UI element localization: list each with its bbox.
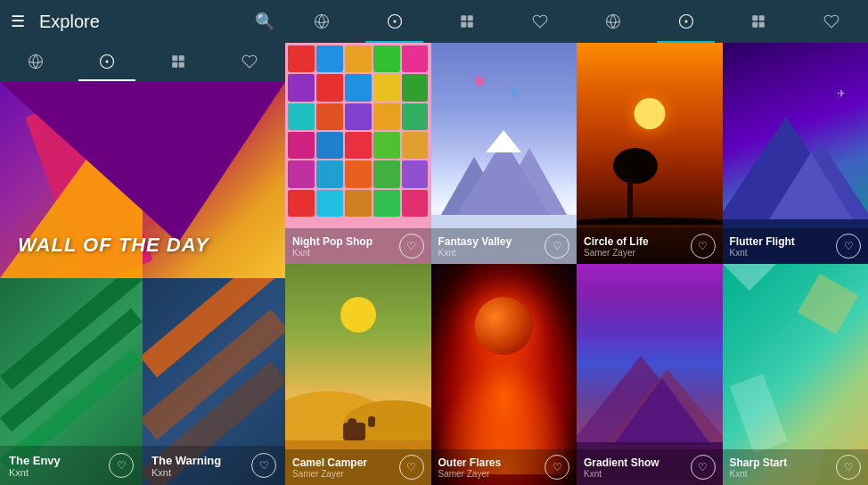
circle-text: Circle of Life Samer Zayer <box>584 235 649 258</box>
gradient-heart-button[interactable]: ♡ <box>691 455 716 480</box>
night-pop-text: Night Pop Shop Kxnt <box>292 235 373 258</box>
balloon-1 <box>475 76 484 86</box>
camel-overlay: Camel Camper Samer Zayer ♡ <box>285 449 431 485</box>
svg-rect-19 <box>753 15 758 21</box>
right-tab-explore[interactable] <box>650 0 723 43</box>
page-title: Explore <box>39 12 255 32</box>
svg-point-15 <box>606 15 619 29</box>
tab-gallery-left[interactable] <box>143 42 214 81</box>
svg-rect-4 <box>179 55 184 61</box>
night-pop-name: Night Pop Shop <box>292 235 373 248</box>
search-icon[interactable]: 🔍 <box>255 12 274 31</box>
outer-heart-button[interactable]: ♡ <box>545 455 569 480</box>
sharp-heart-button[interactable]: ♡ <box>836 455 861 480</box>
right-tab-gallery[interactable] <box>723 0 796 43</box>
camel-author: Samer Zayer <box>292 469 367 479</box>
flutter-mountain-3 <box>766 152 856 224</box>
wallpaper-warning[interactable]: The Warning Kxnt ♡ <box>143 278 285 485</box>
mid-tab-explore[interactable] <box>358 0 431 43</box>
envy-author: Kxnt <box>9 467 61 478</box>
flutter-name: Flutter Flight <box>730 235 795 248</box>
wallpaper-night-pop[interactable]: Night Pop Shop Kxnt ♡ <box>285 43 431 264</box>
svg-rect-11 <box>462 15 467 21</box>
sharp-name: Sharp Start <box>730 456 788 469</box>
svg-point-0 <box>29 55 43 69</box>
sharp-shape-1 <box>723 264 787 291</box>
outer-text: Outer Flares Samer Zayer <box>438 456 502 479</box>
warning-label: The Warning Kxnt ♡ <box>143 446 285 485</box>
camel-name: Camel Camper <box>292 456 367 469</box>
outer-overlay: Outer Flares Samer Zayer ♡ <box>431 449 577 485</box>
grass <box>577 218 723 225</box>
envy-name: The Envy <box>9 454 61 467</box>
circle-heart-button[interactable]: ♡ <box>691 234 716 259</box>
night-pop-overlay: Night Pop Shop Kxnt ♡ <box>285 228 431 264</box>
mid-tab-heart[interactable] <box>504 0 577 43</box>
camel-heart-button[interactable]: ♡ <box>399 455 424 480</box>
left-panel: ☰ Explore 🔍 WALL OF THE DAY <box>0 0 285 485</box>
circle-sun <box>634 98 665 129</box>
flutter-text: Flutter Flight Kxnt <box>730 235 795 258</box>
wall-of-day-label: WALL OF THE DAY <box>18 234 209 257</box>
svg-point-10 <box>393 21 396 23</box>
fantasy-heart-button[interactable]: ♡ <box>545 234 569 259</box>
snow-cap <box>486 130 521 152</box>
wallpaper-flutter[interactable]: ✈ Flutter Flight Kxnt ♡ <box>723 43 869 264</box>
circle-author: Samer Zayer <box>584 248 649 258</box>
tab-explore-left[interactable] <box>71 42 143 81</box>
right-nav <box>577 0 868 43</box>
gradient-name: Gradient Show <box>584 456 659 469</box>
fantasy-text: Fantasy Valley Kxnt <box>438 235 512 258</box>
wallpaper-gradient[interactable]: Gradient Show Kxnt ♡ <box>577 264 723 485</box>
sharp-shape-3 <box>729 374 787 454</box>
fantasy-overlay: Fantasy Valley Kxnt ♡ <box>431 228 577 264</box>
wallpaper-circle[interactable]: Circle of Life Samer Zayer ♡ <box>577 43 723 264</box>
wall-shape-right <box>0 82 285 242</box>
night-pop-heart-button[interactable]: ♡ <box>399 234 424 259</box>
tree-top <box>613 148 658 184</box>
camel-sun <box>340 297 376 333</box>
wallpaper-sharp[interactable]: Sharp Start Kxnt ♡ <box>723 264 869 485</box>
mid-tab-globe[interactable] <box>285 0 358 43</box>
right-tab-heart[interactable] <box>795 0 868 43</box>
menu-icon[interactable]: ☰ <box>11 12 25 31</box>
gradient-overlay: Gradient Show Kxnt ♡ <box>577 449 723 485</box>
wallpaper-fantasy[interactable]: Fantasy Valley Kxnt ♡ <box>431 43 577 264</box>
sharp-text: Sharp Start Kxnt <box>730 456 788 479</box>
tab-globe-left[interactable] <box>0 42 71 81</box>
sharp-shape-2 <box>798 274 858 334</box>
sharp-author: Kxnt <box>730 469 788 479</box>
svg-rect-5 <box>172 62 177 68</box>
flutter-heart-button[interactable]: ♡ <box>836 234 861 259</box>
svg-point-18 <box>684 21 687 23</box>
wallpaper-outer[interactable]: Outer Flares Samer Zayer ♡ <box>431 264 577 485</box>
envy-heart-button[interactable]: ♡ <box>109 453 134 478</box>
svg-rect-20 <box>759 15 765 21</box>
night-pop-author: Kxnt <box>292 248 373 258</box>
camel-body <box>343 423 365 440</box>
circle-overlay: Circle of Life Samer Zayer ♡ <box>577 228 723 264</box>
tab-heart-left[interactable] <box>214 42 285 81</box>
wallpaper-camel[interactable]: Camel Camper Samer Zayer ♡ <box>285 264 431 485</box>
wall-of-day[interactable]: WALL OF THE DAY <box>0 82 285 278</box>
left-nav-tabs <box>0 43 285 82</box>
envy-label: The Envy Kxnt ♡ <box>0 446 143 485</box>
gradient-author: Kxnt <box>584 469 659 479</box>
svg-rect-6 <box>179 62 184 68</box>
outer-planet <box>475 297 533 355</box>
envy-text: The Envy Kxnt <box>9 454 61 478</box>
svg-rect-3 <box>172 55 177 61</box>
wallpaper-envy[interactable]: The Envy Kxnt ♡ <box>0 278 143 485</box>
camel-text: Camel Camper Samer Zayer <box>292 456 367 479</box>
right-tab-globe[interactable] <box>577 0 650 43</box>
flutter-author: Kxnt <box>730 248 795 258</box>
mid-tab-gallery[interactable] <box>431 0 504 43</box>
right-panel: Circle of Life Samer Zayer ♡ ✈ Flutter F… <box>577 0 868 485</box>
middle-grid: Night Pop Shop Kxnt ♡ Fantasy Valley Kxn… <box>285 43 577 485</box>
popsicle-grid <box>285 43 431 219</box>
middle-nav <box>285 0 577 43</box>
flutter-overlay: Flutter Flight Kxnt ♡ <box>723 228 869 264</box>
warning-heart-button[interactable]: ♡ <box>251 453 276 478</box>
svg-rect-21 <box>753 22 758 28</box>
outer-author: Samer Zayer <box>438 469 502 479</box>
